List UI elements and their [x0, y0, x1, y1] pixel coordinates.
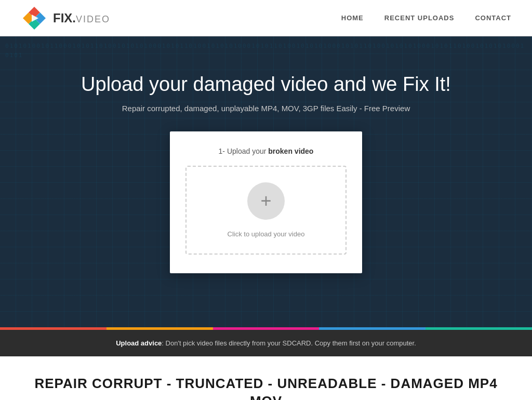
- color-bar: [0, 327, 532, 330]
- nav-item-recent-uploads[interactable]: RECENT UPLOADS: [384, 14, 455, 22]
- hero-subtitle: Repair corrupted, damaged, unplayable MP…: [32, 104, 500, 113]
- logo-icon: [21, 5, 48, 32]
- logo[interactable]: FIX.VIDEO: [21, 5, 110, 32]
- nav-item-home[interactable]: HOME: [341, 14, 364, 22]
- advice-section: Upload advice: Don't pick video files di…: [0, 330, 532, 356]
- color-bar-red: [0, 327, 107, 330]
- upload-drop-zone[interactable]: + Click to upload your video: [185, 166, 347, 255]
- info-title: REPAIR CORRUPT - TRUNCATED - UNREADABLE …: [31, 375, 501, 400]
- header: FIX.VIDEO HOME RECENT UPLOADS CONTACT: [0, 0, 532, 36]
- color-bar-teal: [425, 327, 532, 330]
- upload-card-label: 1- Upload your broken video: [185, 147, 347, 155]
- advice-text: Upload advice: Don't pick video files di…: [21, 339, 511, 347]
- plus-icon: +: [260, 192, 271, 210]
- hero-content: Upload your damaged video and we Fix It!…: [32, 73, 500, 273]
- upload-card: 1- Upload your broken video + Click to u…: [170, 131, 362, 273]
- upload-plus-circle: +: [247, 182, 285, 220]
- info-section: REPAIR CORRUPT - TRUNCATED - UNREADABLE …: [0, 356, 532, 400]
- hero-section: Upload your damaged video and we Fix It!…: [0, 36, 532, 327]
- main-nav: HOME RECENT UPLOADS CONTACT: [341, 14, 511, 22]
- color-bar-blue: [319, 327, 425, 330]
- upload-click-text: Click to upload your video: [228, 230, 305, 238]
- color-bar-orange: [107, 327, 213, 330]
- hero-title: Upload your damaged video and we Fix It!: [32, 73, 500, 97]
- color-bar-pink: [213, 327, 320, 330]
- logo-text: FIX.VIDEO: [53, 11, 110, 25]
- nav-item-contact[interactable]: CONTACT: [475, 14, 511, 22]
